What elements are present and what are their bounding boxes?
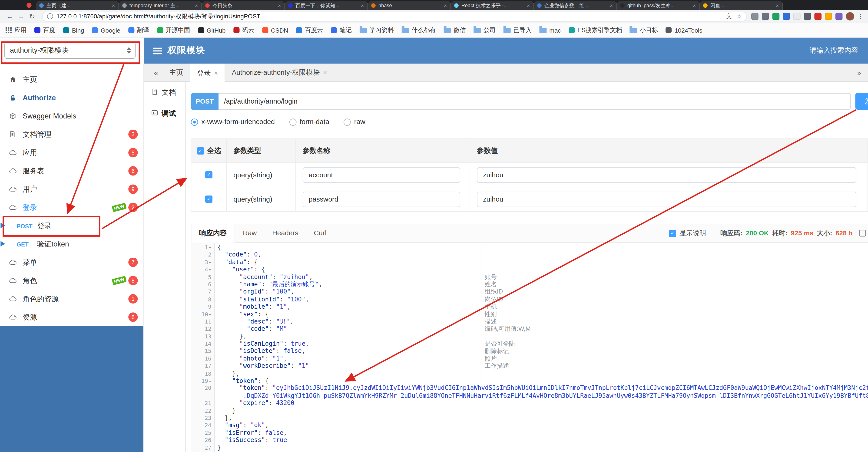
browser-tab[interactable]: 闲鱼...× [700, 1, 783, 10]
sidebar-item-资源[interactable]: 资源6 [0, 308, 143, 326]
close-icon[interactable]: × [214, 69, 218, 77]
bookmark-item[interactable]: 公司 [473, 26, 496, 34]
browser-tab[interactable]: hbase× [368, 1, 451, 10]
browser-tab[interactable]: React 技术之乐乎 -...× [451, 1, 534, 10]
fold-icon[interactable]: ▾ [209, 245, 211, 250]
sidebar-item-主页[interactable]: 主页 [0, 70, 143, 89]
sidebar-api-post-登录[interactable]: POST登录 [0, 217, 143, 235]
bookmark-item[interactable]: 百度云 [296, 26, 323, 34]
tab-doc[interactable]: 文档 [144, 82, 185, 103]
param-value-input[interactable] [477, 191, 857, 207]
tab-close-icon[interactable]: × [361, 3, 364, 9]
sidebar-item-文档管理[interactable]: 文档管理3 [0, 125, 143, 144]
extension-icon[interactable] [804, 13, 811, 20]
browser-tab[interactable]: 主页（建...× [36, 1, 119, 10]
module-select[interactable]: authority-权限模块 [4, 42, 135, 59]
bookmark-item[interactable]: 什么都有 [402, 26, 436, 34]
content-tab-主页[interactable]: 主页 [163, 64, 190, 82]
tab-close-icon[interactable]: × [444, 3, 447, 9]
bookmark-item[interactable]: Bing [63, 27, 84, 33]
bookmark-item[interactable]: 已导入 [503, 26, 532, 34]
bookmark-item[interactable]: 笔记 [331, 26, 352, 34]
close-icon[interactable]: × [323, 69, 327, 76]
menu-toggle-icon[interactable] [153, 47, 162, 54]
response-json-viewer[interactable]: 1▾{2 "code": 0,3▾ "data": {4▾ "user": {5… [191, 243, 868, 452]
browser-tab[interactable]: 百度一下，你就知...× [285, 1, 368, 10]
tab-close-icon[interactable]: × [693, 3, 696, 9]
sidebar-item-用户[interactable]: 用户9 [0, 180, 143, 198]
sidebar-item-应用[interactable]: 应用5 [0, 143, 143, 162]
body-type-radio-form-data[interactable]: form-data [289, 118, 330, 126]
forward-icon[interactable]: → [16, 12, 27, 21]
browser-tab[interactable]: 今日头条× [202, 1, 285, 10]
body-type-radio-raw[interactable]: raw [344, 118, 365, 126]
bookmark-item[interactable]: mac [539, 27, 561, 33]
show-desc-checkbox[interactable] [669, 229, 676, 237]
select-all-checkbox[interactable] [197, 147, 204, 154]
extension-icon[interactable] [783, 13, 790, 20]
sidebar-api-get-验证token[interactable]: GET验证token [0, 235, 143, 253]
fold-icon[interactable]: ▾ [209, 268, 211, 273]
tab-close-icon[interactable]: × [278, 3, 281, 9]
browser-tab[interactable]: github_pass/发生冲...× [617, 1, 700, 10]
translate-icon[interactable]: 文 [726, 12, 732, 21]
response-tab-Curl[interactable]: Curl [306, 224, 334, 242]
param-checkbox[interactable] [205, 196, 213, 203]
bookmark-item[interactable]: 1024Tools [666, 27, 702, 33]
tabs-collapse-icon[interactable]: « [150, 64, 163, 82]
param-checkbox[interactable] [205, 171, 213, 178]
fullscreen-icon[interactable] [859, 230, 866, 237]
sidebar-item-服务表[interactable]: 服务表6 [0, 162, 143, 180]
sidebar-item-Authorize[interactable]: Authorize [0, 89, 143, 107]
bookmark-item[interactable]: 应用 [6, 25, 27, 35]
extension-icon[interactable] [794, 13, 801, 20]
bookmark-item[interactable]: 码云 [234, 26, 254, 34]
bookmark-item[interactable]: 微信 [444, 26, 466, 34]
header-search-input[interactable]: 请输入搜索内容 [810, 46, 858, 55]
bookmark-item[interactable]: 翻译 [128, 26, 149, 34]
content-tab-Authorize-authority-权限模块[interactable]: Authorize-authority-权限模块× [225, 64, 334, 82]
extension-icon[interactable] [772, 13, 779, 20]
send-button[interactable]: 发送 [855, 93, 868, 110]
response-tab-Raw[interactable]: Raw [235, 224, 264, 242]
response-tab-Headers[interactable]: Headers [265, 224, 306, 242]
sidebar-item-角色[interactable]: 角色NEW8 [0, 272, 143, 290]
content-tab-登录[interactable]: 登录× [190, 64, 225, 83]
site-info-icon[interactable]: i [47, 13, 53, 19]
bookmark-item[interactable]: 百度 [34, 26, 55, 34]
extension-icon[interactable] [825, 13, 832, 20]
request-url-input[interactable] [218, 93, 851, 110]
tab-close-icon[interactable]: × [527, 3, 530, 9]
bookmark-item[interactable]: Google [92, 27, 120, 33]
tab-close-icon[interactable]: × [195, 3, 198, 9]
back-icon[interactable]: ← [4, 12, 16, 21]
bookmark-item[interactable]: 开源中国 [157, 26, 190, 34]
browser-tab[interactable]: 企业微信参数二维...× [534, 1, 617, 10]
bookmark-item[interactable]: ES搜索引擎文档 [568, 26, 622, 34]
extension-icon[interactable] [762, 13, 769, 20]
tab-debug[interactable]: 调试 [144, 103, 185, 124]
fold-icon[interactable]: ▾ [209, 379, 211, 384]
extension-icon[interactable] [814, 13, 822, 20]
tabs-expand-icon[interactable]: » [852, 64, 866, 82]
param-name-input[interactable] [303, 191, 460, 207]
param-value-input[interactable] [477, 167, 857, 183]
bookmark-item[interactable]: 小目标 [630, 26, 658, 34]
extension-icon[interactable] [751, 13, 758, 20]
fold-icon[interactable]: ▾ [209, 260, 211, 265]
bookmark-star-icon[interactable]: ☆ [737, 13, 742, 20]
extension-icon[interactable] [835, 13, 843, 20]
browser-menu-icon[interactable]: ⋮ [858, 13, 864, 20]
address-bar[interactable]: i 127.0.0.1:8760/api/gate/doc.html#/auth… [42, 11, 747, 21]
bookmark-item[interactable]: CSDN [262, 27, 288, 33]
tab-close-icon[interactable]: × [112, 3, 115, 9]
param-name-input[interactable] [303, 167, 460, 183]
sidebar-item-登录[interactable]: 登录NEW2 [0, 198, 143, 217]
tab-close-icon[interactable]: × [776, 3, 779, 9]
url-text[interactable]: 127.0.0.1:8760/api/gate/doc.html#/author… [57, 12, 721, 21]
body-type-radio-x-www-form-urlencoded[interactable]: x-www-form-urlencoded [191, 118, 275, 126]
browser-tab[interactable]: temporary-Interior 主...× [119, 1, 202, 10]
fold-icon[interactable]: ▾ [209, 312, 211, 317]
sidebar-item-菜单[interactable]: 菜单7 [0, 253, 143, 272]
response-tab-响应内容[interactable]: 响应内容 [191, 224, 235, 243]
